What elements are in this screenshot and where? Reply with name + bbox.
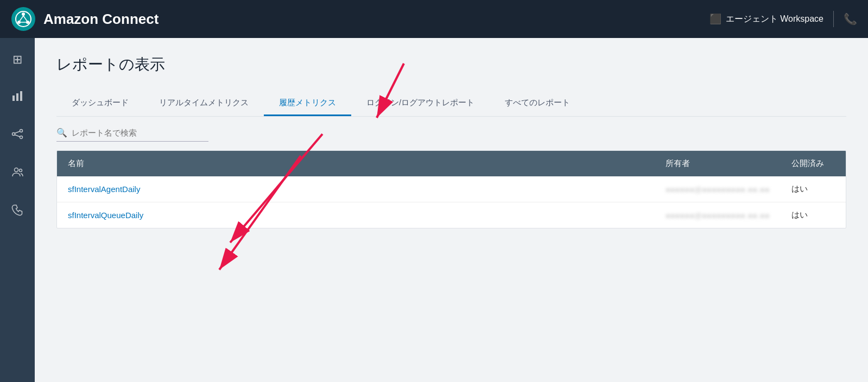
col-name: 名前 — [57, 151, 655, 176]
svg-point-2 — [22, 12, 25, 16]
tab-realtime-metrics[interactable]: リアルタイムメトリクス — [144, 91, 264, 116]
search-area: 🔍 — [56, 128, 208, 142]
app-title: Amazon Connect — [43, 11, 159, 28]
owner-email-1: ●●●●●●@●●●●●●●●●.●●.●● — [666, 186, 770, 194]
table-row: sfIntervalQueueDaily ●●●●●●@●●●●●●●●●.●●… — [57, 202, 846, 228]
phone-button[interactable]: 📞 — [844, 12, 857, 26]
agent-workspace-label: エージェント Workspace — [726, 14, 823, 25]
search-icon: 🔍 — [56, 128, 67, 138]
agent-workspace-button[interactable]: ⬛ エージェント Workspace — [709, 13, 823, 25]
col-owner: 所有者 — [655, 151, 781, 176]
top-nav-right: ⬛ エージェント Workspace 📞 — [709, 11, 857, 27]
tab-login-logout[interactable]: ログイン/ログアウトレポート — [351, 91, 490, 116]
svg-rect-10 — [20, 91, 22, 101]
report-link-1[interactable]: sfIntervalAgentDaily — [68, 184, 140, 194]
svg-point-11 — [12, 133, 15, 136]
sidebar: ⊞ — [0, 38, 35, 382]
report-link-2[interactable]: sfIntervalQueueDaily — [68, 211, 143, 220]
svg-point-16 — [15, 168, 18, 172]
report-published-2: はい — [781, 202, 846, 228]
sidebar-item-routing[interactable] — [7, 125, 28, 147]
report-name-1: sfIntervalAgentDaily — [57, 176, 655, 202]
page-title: レポートの表示 — [56, 54, 846, 75]
monitor-icon: ⬛ — [709, 13, 721, 25]
phone-sidebar-icon — [11, 204, 23, 219]
report-owner-2: ●●●●●●@●●●●●●●●●.●●.●● — [655, 202, 781, 228]
table-body: sfIntervalAgentDaily ●●●●●●@●●●●●●●●●.●●… — [57, 176, 846, 228]
table-header: 名前 所有者 公開済み — [57, 151, 846, 176]
owner-email-2: ●●●●●●@●●●●●●●●●.●●.●● — [666, 212, 770, 220]
dashboard-icon: ⊞ — [12, 53, 22, 67]
svg-point-17 — [20, 169, 22, 172]
report-published-1: はい — [781, 176, 846, 202]
tab-historical-metrics[interactable]: 履歴メトリクス — [264, 91, 351, 116]
sidebar-item-phone[interactable] — [7, 201, 28, 222]
svg-point-0 — [11, 7, 35, 31]
reports-table: 名前 所有者 公開済み sfIntervalAgentDaily ●●●●●●@… — [56, 150, 846, 228]
sidebar-item-metrics[interactable] — [7, 87, 28, 109]
tab-dashboard[interactable]: ダッシュボード — [56, 91, 144, 116]
routing-icon — [11, 128, 23, 143]
tab-all-reports[interactable]: すべてのレポート — [490, 91, 585, 116]
users-icon — [11, 166, 23, 181]
search-input[interactable] — [72, 128, 208, 137]
main-content: レポートの表示 ダッシュボード リアルタイムメトリクス 履歴メトリクス ログイン… — [35, 38, 868, 382]
phone-icon: 📞 — [844, 13, 857, 25]
svg-rect-9 — [16, 93, 18, 101]
page-header: レポートの表示 — [35, 38, 868, 91]
report-name-2: sfIntervalQueueDaily — [57, 202, 655, 228]
top-nav: Amazon Connect ⬛ エージェント Workspace 📞 — [0, 0, 868, 38]
svg-line-15 — [15, 135, 20, 137]
table-row: sfIntervalAgentDaily ●●●●●●@●●●●●●●●●.●●… — [57, 176, 846, 202]
amazon-connect-logo — [11, 7, 36, 31]
report-owner-1: ●●●●●●@●●●●●●●●●.●●.●● — [655, 176, 781, 202]
main-layout: ⊞ — [0, 38, 868, 382]
svg-point-12 — [20, 130, 23, 132]
svg-point-13 — [20, 136, 23, 139]
sidebar-item-dashboard[interactable]: ⊞ — [7, 49, 28, 71]
col-published: 公開済み — [781, 151, 846, 176]
bar-chart-icon — [11, 90, 23, 105]
logo-area: Amazon Connect — [11, 7, 709, 31]
svg-rect-8 — [12, 96, 15, 101]
svg-line-14 — [15, 131, 20, 133]
sidebar-item-users[interactable] — [7, 163, 28, 184]
nav-divider — [833, 11, 834, 27]
annotation-container: 名前 所有者 公開済み sfIntervalAgentDaily ●●●●●●@… — [35, 150, 868, 228]
tabs-bar: ダッシュボード リアルタイムメトリクス 履歴メトリクス ログイン/ログアウトレポ… — [56, 91, 846, 117]
